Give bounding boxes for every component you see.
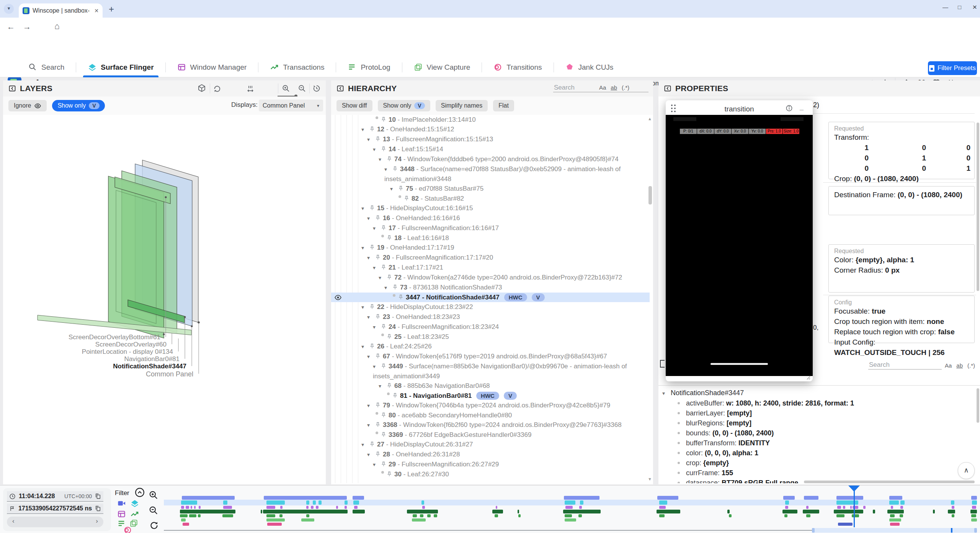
pin-icon[interactable] bbox=[381, 225, 389, 231]
match-word-icon[interactable]: ab bbox=[611, 84, 617, 91]
protolog-event[interactable] bbox=[890, 514, 895, 517]
timeline-zoom-out-icon[interactable] bbox=[149, 505, 158, 515]
transactions-event[interactable] bbox=[727, 510, 730, 513]
surface-flinger-event[interactable] bbox=[353, 500, 359, 505]
tree-row-20[interactable]: ▾20 - FullscreenMagnification:17:17#20 bbox=[331, 253, 650, 263]
rotation-icon[interactable] bbox=[213, 84, 221, 93]
filter-flat[interactable]: Flat bbox=[493, 100, 514, 111]
regex-icon[interactable]: (.*) bbox=[967, 362, 975, 369]
expand-caret-icon[interactable]: ▾ bbox=[373, 362, 381, 371]
step-back-icon[interactable]: ‹ bbox=[12, 517, 15, 525]
info-icon[interactable] bbox=[786, 105, 793, 112]
tree-row-3447[interactable]: 3447 - NotificationShade#3447HWCV bbox=[331, 293, 650, 302]
expand-caret-icon[interactable]: ▾ bbox=[361, 342, 369, 352]
transitions-event[interactable] bbox=[890, 523, 900, 526]
protolog-event[interactable] bbox=[852, 514, 859, 517]
filter-simplify-names[interactable]: Simplify names bbox=[436, 100, 488, 111]
match-case-icon[interactable]: Aa bbox=[945, 362, 952, 369]
expand-caret-icon[interactable]: ▾ bbox=[379, 273, 386, 283]
scroll-down-arrow[interactable]: ▼ bbox=[648, 477, 652, 481]
filter-show-only[interactable]: Show onlyV bbox=[378, 100, 430, 111]
window-manager-event[interactable] bbox=[565, 506, 573, 509]
window-manager-event[interactable] bbox=[806, 506, 808, 509]
window-manager-event[interactable] bbox=[191, 506, 192, 509]
protolog-event[interactable] bbox=[900, 514, 903, 517]
home-icon[interactable]: ⌂ bbox=[54, 21, 60, 31]
transactions-event[interactable] bbox=[261, 510, 262, 513]
screen-recording-event[interactable] bbox=[564, 496, 599, 500]
collapse-timeline-button[interactable]: ∧ bbox=[958, 462, 975, 479]
screen-recording-event[interactable] bbox=[353, 496, 364, 500]
tab-view-capture[interactable]: View Capture bbox=[402, 57, 482, 77]
tree-row-22[interactable]: ▾22 - HideDisplayCutout:18:23#22 bbox=[331, 302, 650, 312]
protolog-event[interactable] bbox=[222, 514, 233, 517]
protolog-event[interactable] bbox=[952, 514, 954, 517]
window-manager-event[interactable] bbox=[266, 506, 275, 509]
cursor-handle[interactable] bbox=[848, 486, 860, 492]
property-item[interactable]: bounds: (0, 0) - (1080, 2400) bbox=[658, 428, 976, 438]
protolog-event[interactable] bbox=[565, 514, 572, 517]
pin-icon[interactable] bbox=[398, 294, 406, 301]
tab-protolog[interactable]: ProtoLog bbox=[336, 57, 402, 77]
pin-icon[interactable] bbox=[369, 244, 377, 251]
pin-icon[interactable] bbox=[403, 195, 412, 202]
protolog-event[interactable] bbox=[784, 514, 787, 517]
copy-icon[interactable] bbox=[95, 493, 101, 499]
protolog-event[interactable] bbox=[495, 514, 498, 517]
window-minimize-icon[interactable]: — bbox=[942, 4, 948, 10]
pin-icon[interactable] bbox=[369, 304, 377, 310]
window-manager-event[interactable] bbox=[311, 506, 313, 509]
property-item[interactable]: currFrame: 155 bbox=[658, 468, 976, 478]
tree-row-15[interactable]: ▾15 - HideDisplayCutout:16:16#15 bbox=[331, 203, 650, 213]
surface-flinger-event[interactable] bbox=[306, 500, 309, 505]
surface-flinger-event[interactable] bbox=[785, 500, 789, 505]
transitions-event[interactable] bbox=[838, 523, 853, 526]
pin-icon[interactable] bbox=[375, 353, 383, 360]
layer-label[interactable]: ScreenDecorOverlayBottom#61 bbox=[3, 334, 160, 341]
timeline-cursor[interactable] bbox=[854, 486, 855, 527]
pin-icon[interactable] bbox=[386, 156, 394, 162]
protolog-event[interactable] bbox=[659, 514, 665, 517]
pin-icon[interactable] bbox=[369, 343, 377, 350]
tab-search[interactable]: Search bbox=[17, 57, 76, 77]
expand-caret-icon[interactable]: ▾ bbox=[367, 450, 375, 459]
browser-tab[interactable]: Winscope | sandbox-FAIL ✕ bbox=[19, 3, 103, 18]
window-manager-event[interactable] bbox=[422, 506, 425, 509]
surface-flinger-event[interactable] bbox=[565, 500, 575, 505]
window-manager-event[interactable] bbox=[181, 506, 184, 509]
tree-row-81[interactable]: 81 - NavigationBar0#81HWCV bbox=[331, 391, 650, 401]
surface-flinger-event[interactable] bbox=[659, 500, 667, 505]
tree-row-21[interactable]: ▾21 - Leaf:17:17#21 bbox=[331, 263, 650, 273]
expand-caret-icon[interactable]: ▾ bbox=[384, 283, 392, 293]
current-properties-scrollbar[interactable] bbox=[977, 388, 979, 423]
protolog-event[interactable] bbox=[578, 514, 581, 517]
protolog-event[interactable] bbox=[180, 514, 187, 517]
screen-recording-event[interactable] bbox=[804, 496, 818, 500]
reset-view-icon[interactable] bbox=[312, 84, 321, 93]
transactions-event[interactable] bbox=[407, 510, 438, 513]
pin-icon[interactable] bbox=[375, 215, 383, 221]
hierarchy-scrollbar[interactable] bbox=[648, 186, 652, 204]
surface-flinger-event[interactable] bbox=[345, 500, 348, 505]
current-properties-hscrollbar[interactable] bbox=[804, 481, 975, 483]
surface-flinger-event[interactable] bbox=[889, 500, 899, 505]
tree-row-19[interactable]: ▾19 - OneHanded:17:17#19 bbox=[331, 243, 650, 253]
view-capture-event[interactable] bbox=[889, 518, 902, 522]
expand-caret-icon[interactable]: ▾ bbox=[373, 145, 381, 154]
window-manager-event[interactable] bbox=[972, 506, 976, 509]
tab-search-icon[interactable]: ▾ bbox=[4, 4, 14, 14]
pin-icon[interactable] bbox=[381, 461, 389, 468]
protolog-event[interactable] bbox=[198, 514, 200, 517]
surface-flinger-event[interactable] bbox=[951, 500, 954, 505]
pin-icon[interactable] bbox=[375, 254, 383, 261]
screen-recording-event[interactable] bbox=[182, 496, 235, 500]
window-manager-event[interactable] bbox=[199, 506, 200, 509]
tree-row-25[interactable]: 25 - Leaf:18:23#25 bbox=[331, 332, 650, 342]
tree-row-74[interactable]: ▾74 - WindowToken{fdddbe6 type=2000 andr… bbox=[331, 154, 650, 164]
transactions-event[interactable] bbox=[782, 510, 797, 513]
transactions-event[interactable] bbox=[180, 510, 235, 513]
minimize-icon[interactable]: _ bbox=[800, 103, 804, 111]
expand-caret-icon[interactable]: ▾ bbox=[373, 460, 381, 469]
timeline-track[interactable] bbox=[164, 495, 977, 527]
spacing-icon[interactable] bbox=[247, 84, 254, 93]
